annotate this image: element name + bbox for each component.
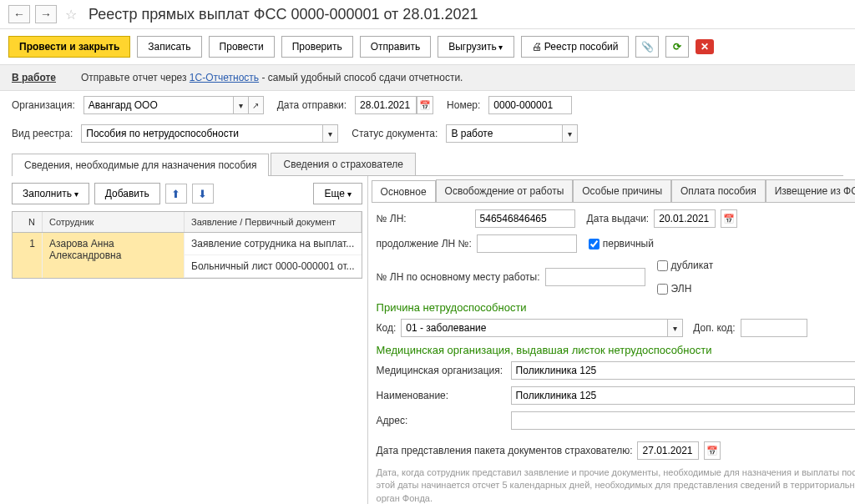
subtab-main[interactable]: Основное — [372, 180, 436, 203]
medorg-section-title: Медицинская организация, выдавшая листок… — [377, 344, 855, 356]
cont-ln-input[interactable] — [477, 234, 577, 253]
subtab-payment[interactable]: Оплата пособия — [671, 179, 766, 202]
issue-date-calendar[interactable]: 📅 — [721, 209, 737, 228]
send-date-calendar[interactable]: 📅 — [417, 96, 433, 114]
attachment-button[interactable]: 📎 — [635, 36, 659, 58]
org-open-button[interactable]: ↗ — [249, 96, 264, 114]
org-dropdown[interactable]: ▾ — [234, 96, 249, 114]
primary-checkbox[interactable]: первичный — [589, 238, 654, 249]
doc-status-label: Статус документа: — [352, 128, 438, 139]
duplicate-checkbox[interactable]: дубликат — [657, 260, 714, 271]
reason-section-title: Причина нетрудоспособности — [377, 301, 855, 314]
employees-grid: N Сотрудник Заявление / Первичный докуме… — [12, 211, 362, 279]
info-hint: Отправьте отчет через 1С-Отчетность - са… — [81, 72, 463, 83]
favorite-star-icon[interactable]: ☆ — [62, 7, 80, 23]
add-button[interactable]: Добавить — [94, 183, 160, 204]
main-ln-input[interactable] — [545, 268, 645, 286]
col-document-header: Заявление / Первичный документ — [185, 212, 362, 232]
ln-no-input[interactable] — [475, 209, 575, 228]
reporting-link[interactable]: 1С-Отчетность — [190, 72, 259, 83]
eln-checkbox[interactable]: ЭЛН — [657, 283, 714, 295]
pkg-date-input[interactable] — [637, 441, 699, 460]
subtab-fss-notice[interactable]: Извещение из ФСС / От — [766, 179, 855, 202]
post-button[interactable]: Провести — [209, 36, 275, 58]
move-down-button[interactable]: ⬇ — [192, 184, 214, 204]
doc-status-input[interactable] — [446, 124, 563, 143]
code-dropdown[interactable]: ▾ — [668, 319, 683, 337]
medorg-input[interactable] — [511, 361, 855, 380]
medorg-label: Медицинская организация: — [377, 365, 506, 376]
check-button[interactable]: Проверить — [281, 36, 353, 58]
move-up-button[interactable]: ⬆ — [165, 184, 187, 204]
address-input[interactable] — [511, 411, 855, 430]
org-input[interactable] — [83, 96, 234, 114]
main-ln-label: № ЛН по основному месту работы: — [377, 271, 540, 283]
status-label: В работе — [12, 72, 56, 83]
cont-ln-label: продолжение ЛН №: — [377, 238, 472, 249]
org-label: Организация: — [12, 99, 75, 111]
row-number[interactable]: 1 — [13, 233, 43, 278]
code-label: Код: — [377, 322, 397, 334]
type-label: Вид реестра: — [12, 128, 73, 139]
back-button[interactable]: ← — [8, 5, 30, 23]
page-title: Реестр прямых выплат ФСС 0000-000001 от … — [89, 6, 478, 23]
addcode-input[interactable] — [741, 319, 807, 337]
employee-cell[interactable]: Азарова Анна Александровна — [43, 233, 185, 278]
address-label: Адрес: — [377, 415, 506, 426]
col-employee-header: Сотрудник — [43, 212, 185, 232]
code-input[interactable] — [401, 319, 668, 337]
more-button[interactable]: Еще — [313, 183, 362, 204]
fill-button[interactable]: Заполнить — [12, 183, 89, 204]
send-button[interactable]: Отправить — [360, 36, 432, 58]
tab-insurer-info[interactable]: Сведения о страхователе — [271, 153, 416, 175]
save-button[interactable]: Записать — [137, 36, 201, 58]
type-dropdown[interactable]: ▾ — [323, 124, 338, 143]
doc-status-dropdown[interactable]: ▾ — [563, 124, 578, 143]
pkg-date-label: Дата представления пакета документов стр… — [377, 445, 633, 456]
post-and-close-button[interactable]: Провести и закрыть — [8, 36, 130, 58]
addcode-label: Доп. код: — [693, 322, 735, 334]
close-button[interactable]: ✕ — [696, 39, 714, 54]
subtab-special[interactable]: Особые причины — [573, 179, 671, 202]
subtab-work-release[interactable]: Освобождение от работы — [436, 179, 574, 202]
pkg-date-calendar[interactable]: 📅 — [704, 441, 721, 460]
send-date-label: Дата отправки: — [277, 99, 347, 111]
issue-date-label: Дата выдачи: — [587, 213, 650, 224]
document-cell-2[interactable]: Больничный лист 0000-000001 от... — [185, 255, 362, 278]
ln-no-label: № ЛН: — [377, 213, 470, 224]
issue-date-input[interactable] — [654, 209, 716, 228]
medorg-name-input[interactable] — [511, 386, 855, 405]
type-input[interactable] — [81, 124, 323, 143]
col-n-header: N — [13, 212, 43, 232]
pkg-date-hint: Дата, когда сотрудник представил заявлен… — [377, 466, 855, 504]
number-input[interactable] — [488, 96, 572, 114]
send-date-input[interactable] — [355, 96, 417, 114]
document-cell-1[interactable]: Заявление сотрудника на выплат... — [185, 233, 362, 255]
number-label: Номер: — [447, 99, 480, 111]
export-button[interactable]: Выгрузить — [438, 36, 514, 58]
medorg-name-label: Наименование: — [377, 390, 506, 401]
benefits-registry-button[interactable]: 🖨 Реестр пособий — [521, 36, 630, 58]
refresh-button[interactable]: ⟳ — [665, 36, 689, 58]
tab-assignment-info[interactable]: Сведения, необходимые для назначения пос… — [12, 154, 269, 176]
forward-button[interactable]: → — [35, 5, 57, 23]
